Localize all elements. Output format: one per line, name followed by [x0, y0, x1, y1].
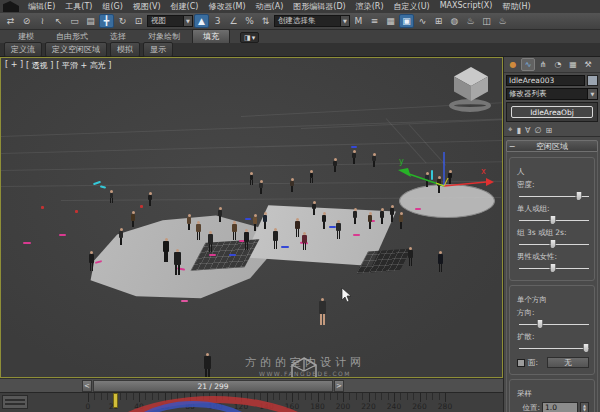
slider-thumb[interactable] — [583, 343, 590, 353]
select-and-scale-icon[interactable]: ⊡ — [131, 14, 146, 28]
viewport-plus-menu[interactable]: [ + ] — [5, 60, 23, 71]
ribbon-tab-填充[interactable]: 填充 — [192, 29, 230, 43]
crowd-person[interactable] — [163, 238, 169, 262]
crowd-person[interactable] — [302, 232, 307, 250]
select-and-link-icon[interactable]: ⇄ — [3, 14, 18, 28]
manage-layers-icon[interactable]: ▦ — [383, 14, 398, 28]
menu-item[interactable]: 组(G) — [101, 1, 123, 12]
slider-thumb[interactable] — [549, 263, 556, 273]
menu-item[interactable]: 视图(V) — [132, 1, 162, 12]
tab-hierarchy[interactable]: ⋔ — [536, 58, 550, 71]
configure-modifier-sets-icon[interactable]: ⊞ — [545, 126, 552, 135]
crowd-person[interactable] — [119, 228, 123, 245]
menu-item[interactable]: MAXScript(X) — [439, 1, 494, 12]
crowd-person[interactable] — [131, 211, 135, 227]
align-icon[interactable]: ≡ — [367, 14, 382, 28]
collapse-icon[interactable]: − — [507, 142, 517, 151]
crowd-person[interactable] — [322, 212, 326, 229]
rollout-header[interactable]: − 空闲区域 — [506, 140, 598, 152]
pin-stack-icon[interactable]: ⌖ — [508, 125, 513, 135]
mirror-icon[interactable]: M — [351, 14, 366, 28]
spinner-down-icon[interactable]: ▼ — [583, 408, 586, 412]
current-frame-indicator[interactable] — [113, 393, 118, 408]
slider-thumb[interactable] — [549, 239, 556, 249]
subribbon-button-定义空闲区域[interactable]: 定义空闲区域 — [45, 42, 107, 57]
menu-item[interactable]: 渲染(R) — [355, 1, 385, 12]
menu-item[interactable]: 帮助(H) — [501, 1, 531, 12]
slider-thumb[interactable] — [575, 191, 582, 201]
crowd-person[interactable] — [196, 221, 201, 240]
move-gizmo[interactable]: x y — [386, 146, 496, 216]
crowd-person[interactable] — [290, 178, 294, 192]
subribbon-button-显示[interactable]: 显示 — [143, 42, 173, 57]
tab-display[interactable]: ▦ — [566, 58, 580, 71]
crowd-person[interactable] — [352, 150, 356, 164]
crowd-person[interactable] — [333, 158, 337, 172]
crowd-person[interactable] — [174, 249, 181, 275]
trackbar-mini-curve-icon[interactable] — [2, 395, 28, 409]
angle-snap-icon[interactable]: ∠ — [226, 14, 241, 28]
menu-item[interactable]: 编辑(E) — [27, 1, 56, 12]
param-slider[interactable] — [519, 263, 589, 273]
face-checkbox[interactable] — [517, 359, 525, 367]
subribbon-button-模拟[interactable]: 模拟 — [110, 42, 140, 57]
view-cube[interactable] — [445, 66, 499, 118]
bind-to-spacewarp-icon[interactable]: ≀ — [35, 14, 50, 28]
none-button[interactable]: 无 — [547, 357, 589, 368]
crowd-person[interactable] — [408, 247, 413, 266]
crowd-person[interactable] — [208, 231, 213, 252]
percent-snap-icon[interactable]: % — [242, 14, 257, 28]
render-production-icon[interactable]: ♨ — [495, 14, 510, 28]
param-slider[interactable] — [519, 343, 589, 353]
crowd-person[interactable] — [438, 251, 443, 272]
crowd-person[interactable] — [312, 201, 316, 215]
menu-item[interactable]: 创建(C) — [170, 1, 200, 12]
select-object-icon[interactable]: ↖ — [51, 14, 66, 28]
tab-modify[interactable]: ∿ — [521, 58, 535, 71]
make-unique-icon[interactable]: ∀ — [525, 126, 530, 135]
tab-utilities[interactable]: ⚒ — [581, 58, 595, 71]
crowd-person[interactable] — [244, 229, 249, 250]
crowd-person[interactable] — [250, 172, 253, 185]
viewport-pov-menu[interactable]: [ 透视 ] — [26, 60, 53, 71]
crowd-person[interactable] — [110, 190, 113, 203]
spinner-arrows[interactable]: ▲▼ — [580, 402, 589, 412]
remove-modifier-icon[interactable]: ∅ — [534, 126, 541, 135]
view-cube-box[interactable] — [454, 67, 488, 101]
curve-editor-icon[interactable]: ∿ — [415, 14, 430, 28]
rendered-frame-icon[interactable]: ◫ — [479, 14, 494, 28]
previous-frame-button[interactable]: < — [82, 380, 92, 392]
menu-item[interactable]: 工具(T) — [64, 1, 93, 12]
tab-motion[interactable]: ◔ — [551, 58, 565, 71]
track-bar[interactable]: 020406080100120140160180200220240260280 — [0, 392, 503, 412]
slider-thumb[interactable] — [537, 319, 544, 329]
crowd-person[interactable] — [336, 220, 341, 239]
subribbon-button-定义流[interactable]: 定义流 — [4, 42, 42, 57]
application-logo-icon[interactable] — [3, 1, 19, 12]
material-editor-icon[interactable]: ◍ — [447, 14, 462, 28]
crowd-person[interactable] — [380, 208, 384, 224]
slider-thumb[interactable] — [549, 215, 556, 225]
rectangular-selection-region-icon[interactable]: ▭ — [67, 14, 82, 28]
stack-item-idleareaobj[interactable]: IdleAreaObj — [511, 106, 593, 118]
param-slider[interactable] — [519, 215, 589, 225]
crowd-person[interactable] — [319, 298, 326, 325]
ribbon-flyout-button[interactable]: ◨ ▾ — [240, 32, 259, 43]
spinner-snap-icon[interactable]: ⇅ — [258, 14, 273, 28]
crowd-person[interactable] — [187, 214, 191, 230]
crowd-person[interactable] — [263, 212, 267, 229]
select-and-rotate-icon[interactable]: ↻ — [115, 14, 130, 28]
menu-item[interactable]: 自定义(U) — [393, 1, 431, 12]
crowd-person[interactable] — [368, 212, 372, 229]
object-color-swatch[interactable] — [587, 75, 598, 86]
param-slider[interactable] — [519, 191, 589, 201]
use-pivot-point-icon[interactable]: ▲ — [194, 14, 209, 28]
crowd-person[interactable] — [232, 221, 237, 240]
select-and-move-icon[interactable]: ╋ — [99, 14, 114, 28]
menu-item[interactable]: 图形编辑器(D) — [292, 1, 346, 12]
time-slider-handle[interactable]: 21 / 299 — [93, 380, 333, 392]
crowd-person[interactable] — [372, 153, 376, 167]
snaps-toggle-icon[interactable]: 3 — [210, 14, 225, 28]
param-slider[interactable] — [519, 319, 589, 329]
crowd-person[interactable] — [295, 218, 300, 237]
